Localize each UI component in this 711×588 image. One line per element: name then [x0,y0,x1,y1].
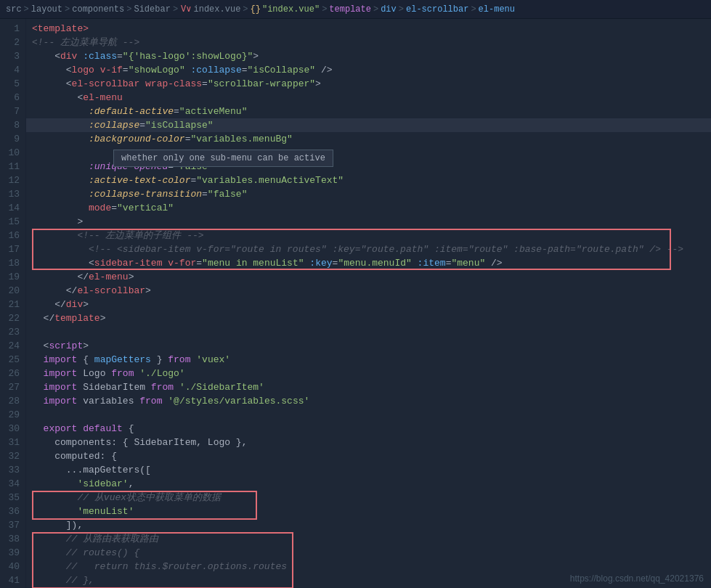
bc-sidebar: Sidebar [134,4,170,15]
sep3: > [126,4,131,15]
code-line-16: <!-- 左边菜单的子组件 --> [26,229,711,242]
code-line-40: // return this.$router.options.routes [26,560,711,573]
watermark: https://blog.csdn.net/qq_42021376 [570,573,704,584]
code-line-32: computed: { [26,449,711,463]
code-line-36: 'menuList' [26,505,711,518]
sep8: > [399,4,404,15]
code-line-26: import Logo from './Logo' [26,367,711,380]
code-line-20: </el-scrollbar> [26,284,711,298]
code-line-27: import SidebarItem from './SidebarItem' [26,380,711,394]
code-line-39: // routes() { [26,546,711,560]
code-line-11: :unique-opened="false" [26,160,711,173]
sep2: > [65,4,70,15]
code-line-33: ...mapGetters([ [26,463,711,477]
code-line-21: </div> [26,298,711,311]
code-line-35: // 从vuex状态中获取菜单的数据 [26,491,711,505]
bc-elscrollbar: el-scrollbar [406,4,468,15]
bc-indexvue: index.vue [194,4,241,15]
bc-indexvue2: "index.vue" [262,4,320,15]
bc-obj-icon: {} [251,4,261,15]
code-content: <template> <!-- 左边菜单导航 --> <div :class="… [26,19,711,588]
code-line-23 [26,325,711,339]
bc-elmenu: el-menu [479,4,515,15]
code-line-17: <!-- <sidebar-item v-for="route in route… [26,242,711,256]
code-line-15: > [26,215,711,229]
code-line-12: :active-text-color="variables.menuActive… [26,173,711,187]
code-line-1: <template> [26,22,711,36]
bc-layout: layout [31,4,62,15]
code-line-22: </template> [26,311,711,325]
code-line-8: :collapse="isCollapse" [26,118,711,132]
code-line-9: :background-color="variables.menuBg" [26,132,711,146]
code-line-10 [26,146,711,160]
code-line-13: :collapse-transition="false" [26,187,711,201]
code-line-18: <sidebar-item v-for="menu in menuList" :… [26,256,711,270]
code-line-30: export default { [26,422,711,436]
code-line-31: components: { SidebarItem, Logo }, [26,436,711,449]
code-line-28: import variables from '@/styles/variable… [26,394,711,408]
sep9: > [471,4,476,15]
sep7: > [373,4,378,15]
code-line-24: <script> [26,339,711,353]
sep1: > [24,4,29,15]
bc-components: components [72,4,124,15]
bc-div: div [381,4,397,15]
code-line-2: <!-- 左边菜单导航 --> [26,36,711,49]
code-line-34: 'sidebar', [26,477,711,491]
sep6: > [322,4,327,15]
code-line-5: <el-scrollbar wrap-class="scrollbar-wrap… [26,77,711,91]
breadcrumb: src > layout > components > Sidebar > V∨… [0,0,711,19]
vue-icon: V∨ [181,4,191,15]
sep5: > [243,4,248,15]
line-numbers: 12345 678910 1112131415 1617181920 21222… [0,19,26,588]
code-line-3: <div :class="{'has-logo':showLogo}"> [26,49,711,63]
code-editor: 12345 678910 1112131415 1617181920 21222… [0,19,711,588]
code-line-4: <logo v-if="showLogo" :collapse="isColla… [26,63,711,77]
code-line-37: ]), [26,518,711,532]
code-line-7: :default-active="activeMenu" [26,105,711,118]
bc-src: src [6,4,22,15]
code-line-6: <el-menu [26,91,711,105]
code-line-14: mode="vertical" [26,201,711,215]
bc-template: template [329,4,371,15]
sep4: > [173,4,178,15]
code-line-38: // 从路由表获取路由 [26,532,711,546]
code-line-29 [26,408,711,422]
code-line-19: </el-menu> [26,270,711,284]
code-line-25: import { mapGetters } from 'vuex' [26,353,711,367]
